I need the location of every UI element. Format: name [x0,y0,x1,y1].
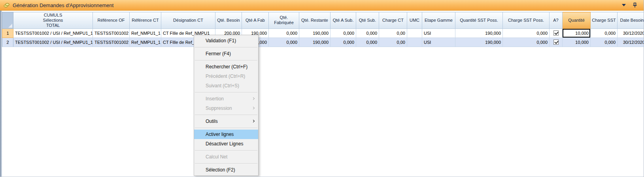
column-header-cumuls[interactable]: CUMULS Sélections TOTAL [13,12,93,29]
cell-quantite-sst-poss[interactable]: 190,000 [455,38,503,47]
cell-etape-gamme[interactable]: USI [422,38,455,47]
column-header-quantite[interactable]: Quantité [563,12,591,29]
cell-qte-restante[interactable]: 190,000 [299,28,330,38]
cell-charge-ct[interactable]: 0,00 [379,38,407,47]
column-header-quantite-sst-poss[interactable]: Quantité SST Poss. [455,12,503,29]
column-header-date-besoin[interactable]: Date Besoin [618,12,644,29]
cell-qte-restante[interactable]: 190,000 [299,38,330,47]
submenu-arrow-icon [252,120,255,122]
column-header-qte-besoin[interactable]: Qté. Besoin [215,12,242,29]
menu-item-calcul-net: Calcul Net [194,152,258,162]
cell-cumuls[interactable]: TESTSST001002 / USI / Ref_NMPU1_1 [13,38,93,47]
table-row: 2 TESTSST001002 / USI / Ref_NMPU1_1 TEST… [2,38,644,47]
cell-quantite-focused[interactable]: 10,000 [563,28,591,38]
cell-charge-ct[interactable]: 0,00 [379,28,407,38]
cell-qte-a-sub[interactable]: 0,000 [330,28,356,38]
menu-separator [195,92,257,92]
window-title: Génération Demandes d'Approvisionnement [13,2,113,8]
row-header[interactable]: 1 [2,28,13,38]
dock-panel-window: Génération Demandes d'Approvisionnement [0,0,644,177]
cell-charge-sst[interactable]: 0,000 [591,28,618,38]
window-left-border [0,0,2,177]
column-header-qte-sub[interactable]: Qté Sub. [356,12,379,29]
submenu-arrow-icon [252,97,255,100]
cell-qte-sub[interactable]: 0,000 [356,28,379,38]
menu-separator [195,163,257,164]
column-header-charge-sst-poss[interactable]: Charge SST Poss. [503,12,550,29]
column-header-qte-restante[interactable]: Qté. Restante [299,12,330,29]
cell-charge-sst-poss[interactable]: 0,000 [503,28,550,38]
menu-item-insertion: Insertion [194,94,258,104]
select-all-corner[interactable] [2,12,13,29]
cell-quantite[interactable]: 10,000 [563,38,591,47]
column-header-charge-ct[interactable]: Charge CT [379,12,407,29]
cell-reference-ct[interactable]: Ref_NMPU1_1 [130,28,161,38]
row-checkbox-icon[interactable] [553,40,559,45]
menu-item-validation[interactable]: Validation (F1) [194,36,258,45]
menu-separator [195,150,257,151]
menu-separator [195,47,257,47]
column-header-designation-ct[interactable]: Désignation CT [161,12,215,29]
column-header-qte-a-fab[interactable]: Qté A Fab [242,12,269,29]
column-header-reference-of[interactable]: Référence OF [93,12,130,29]
menu-item-fermer[interactable]: Fermer (F4) [194,49,258,58]
pin-icon[interactable] [631,1,639,9]
menu-item-outils[interactable]: Outils [194,117,258,126]
row-checkbox-icon[interactable] [553,30,559,36]
column-header-reference-ct[interactable]: Référence CT [130,12,161,29]
menu-separator [195,128,257,128]
cell-reference-of[interactable]: TESTSST001002 [93,38,130,47]
cell-qte-sub[interactable]: 0,000 [356,38,379,47]
cell-charge-sst-poss[interactable]: 0,000 [503,38,550,47]
cell-reference-of[interactable]: TESTSST001002 [93,28,130,38]
menu-item-selection[interactable]: Sélection (F2) [194,165,258,175]
column-header-qte-a-sub[interactable]: Qté A Sub. [330,12,356,29]
data-grid: CUMULS Sélections TOTAL Référence OF Réf… [2,12,644,47]
menu-item-precedent: Précédent (Ctrl+R) [194,72,258,81]
cell-date-besoin[interactable]: 30/12/2020 [618,38,644,47]
cell-qte-fabriquee[interactable]: 0,000 [269,28,299,38]
cell-umc[interactable] [407,38,422,47]
menu-item-suivant: Suivant (Ctrl+S) [194,81,258,90]
menu-item-suppression: Suppression [194,104,258,113]
cell-a-checkbox[interactable] [550,38,563,47]
cell-qte-a-sub[interactable]: 0,000 [330,38,356,47]
column-header-umc[interactable]: UMC [407,12,422,29]
menu-item-rechercher[interactable]: Rechercher (Ctrl+F) [194,62,258,72]
cell-qte-fabriquee[interactable]: 0,000 [269,38,299,47]
cell-reference-ct[interactable]: Ref_NMPU1_1 [130,38,161,47]
table-row: 1 TESTSST001002 / USI / Ref_NMPU1_1 TEST… [2,28,644,38]
cell-a-checkbox[interactable] [550,28,563,38]
cell-quantite-sst-poss[interactable]: 190,000 [455,28,503,38]
menu-separator [195,115,257,115]
menu-separator [195,60,257,60]
context-menu: Validation (F1) Fermer (F4) Rechercher (… [194,35,259,176]
column-header-etape-gamme[interactable]: Etape Gamme [422,12,455,29]
cell-date-besoin[interactable]: 30/12/2020 [618,28,644,38]
app-icon [4,2,10,8]
cell-etape-gamme[interactable]: USI [422,28,455,38]
cell-charge-sst[interactable]: 0,000 [591,38,618,47]
menu-item-desactiver-lignes[interactable]: Désactiver Lignes [194,139,258,149]
chevron-down-icon[interactable] [620,1,628,9]
cell-umc[interactable] [407,28,422,38]
submenu-arrow-icon [252,107,255,109]
menu-item-activer-lignes[interactable]: Activer lignes [194,130,258,139]
column-header-a[interactable]: A? [550,12,563,29]
titlebar: Génération Demandes d'Approvisionnement [0,0,644,11]
cell-cumuls[interactable]: TESTSST001002 / USI / Ref_NMPU1_1 [13,28,93,38]
row-header[interactable]: 2 [2,38,13,47]
column-header-qte-fabriquee[interactable]: Qté. Fabriquée [269,12,299,29]
column-header-charge-sst[interactable]: Charge SST [591,12,618,29]
